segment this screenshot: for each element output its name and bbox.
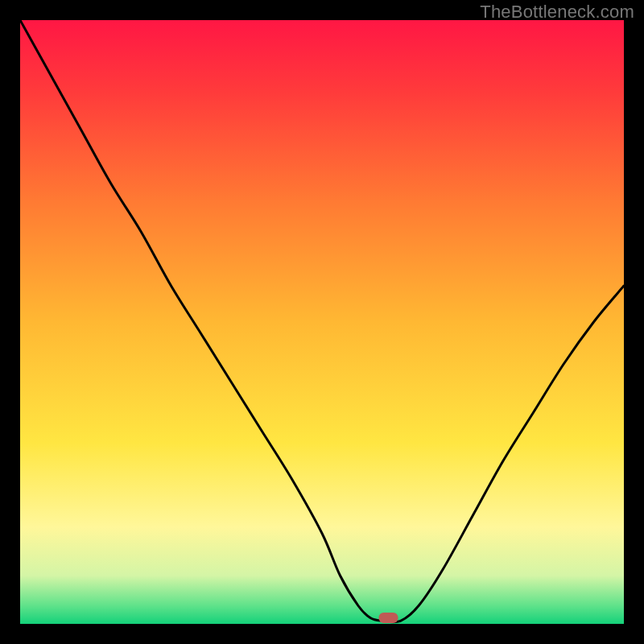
optimal-point-marker: [379, 613, 398, 623]
watermark-text: TheBottleneck.com: [480, 2, 634, 23]
bottleneck-chart: [20, 20, 624, 624]
chart-frame: TheBottleneck.com: [0, 0, 644, 644]
